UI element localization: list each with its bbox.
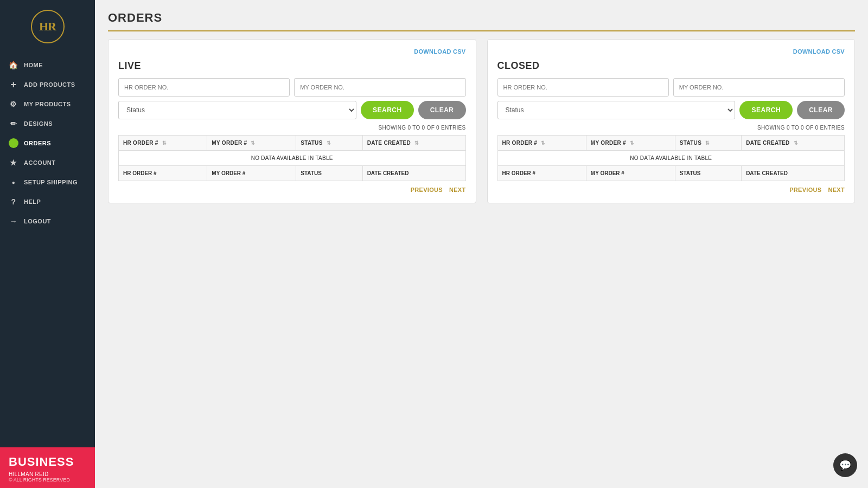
sidebar-item-help-label: HELP: [24, 198, 41, 205]
sidebar-item-account[interactable]: ★ ACCOUNT: [0, 153, 95, 172]
business-copyright: © ALL RIGHTS RESERVED: [9, 477, 86, 483]
plus-icon: +: [9, 80, 18, 89]
chat-bubble[interactable]: 💬: [833, 453, 857, 477]
closed-sort-icon-date: ⇅: [794, 140, 798, 146]
page-title: ORDERS: [108, 11, 855, 31]
closed-col-hr-order[interactable]: HR ORDER # ⇅: [497, 136, 586, 151]
closed-col-date-created[interactable]: DATE CREATED ⇅: [742, 136, 845, 151]
live-footer-date: DATE CREATED: [362, 166, 465, 181]
home-icon: 🏠: [9, 60, 18, 70]
live-table-footer-row: HR ORDER # MY ORDER # STATUS DATE CREATE…: [119, 166, 466, 181]
sort-icon-my: ⇅: [251, 140, 255, 146]
closed-no-data-message: NO DATA AVAILABLE IN TABLE: [497, 151, 845, 166]
sidebar-item-home[interactable]: 🏠 HOME: [0, 55, 95, 75]
sidebar-item-logout[interactable]: → LOGOUT: [0, 211, 95, 231]
sidebar-item-my-products[interactable]: ⚙ MY PRODUCTS: [0, 94, 95, 114]
closed-sort-icon-status: ⇅: [705, 140, 710, 146]
main-content: ORDERS DOWNLOAD CSV LIVE Status SEARCH C…: [95, 0, 868, 488]
gear-icon: ⚙: [9, 99, 18, 109]
live-card-header: DOWNLOAD CSV: [118, 48, 466, 55]
closed-download-csv-link[interactable]: DOWNLOAD CSV: [793, 48, 845, 55]
closed-status-select[interactable]: Status: [497, 101, 736, 119]
sidebar-item-setup-shipping-label: SETUP SHIPPING: [24, 179, 78, 185]
logo-circle: HR: [31, 10, 65, 43]
closed-search-row-2: Status SEARCH CLEAR: [497, 101, 845, 119]
closed-col-my-order[interactable]: MY ORDER # ⇅: [586, 136, 675, 151]
closed-search-row-1: [497, 78, 845, 97]
logo-text: HR: [39, 20, 56, 34]
closed-col-status[interactable]: STATUS ⇅: [675, 136, 741, 151]
closed-next-button[interactable]: NEXT: [828, 187, 845, 193]
live-hr-order-input[interactable]: [118, 78, 290, 97]
business-label: BUSINESS: [9, 455, 86, 469]
sidebar-item-account-label: ACCOUNT: [24, 159, 56, 166]
shipping-icon: ●: [9, 177, 18, 187]
live-download-csv-link[interactable]: DOWNLOAD CSV: [414, 48, 465, 55]
closed-table-footer-row: HR ORDER # MY ORDER # STATUS DATE CREATE…: [497, 166, 845, 181]
live-entries-info: SHOWING 0 TO 0 OF 0 ENTRIES: [118, 125, 466, 131]
live-my-order-input[interactable]: [294, 78, 465, 97]
live-search-button[interactable]: SEARCH: [361, 101, 414, 119]
logout-icon: →: [9, 216, 18, 226]
closed-table-header-row: HR ORDER # ⇅ MY ORDER # ⇅ STATUS ⇅ DAT: [497, 136, 845, 151]
closed-card-title: CLOSED: [497, 60, 845, 72]
sidebar-item-help[interactable]: ? HELP: [0, 192, 95, 211]
closed-footer-status: STATUS: [675, 166, 741, 181]
closed-search-button[interactable]: SEARCH: [739, 101, 793, 119]
business-section: BUSINESS HILLMAN REID © ALL RIGHTS RESER…: [0, 447, 95, 488]
sidebar-item-setup-shipping[interactable]: ● SETUP SHIPPING: [0, 172, 95, 192]
star-icon: ★: [9, 158, 18, 168]
sidebar-item-logout-label: LOGOUT: [24, 218, 51, 224]
live-orders-card: DOWNLOAD CSV LIVE Status SEARCH CLEAR SH…: [108, 39, 476, 203]
closed-previous-button[interactable]: PREVIOUS: [789, 187, 821, 193]
closed-sort-icon-hr: ⇅: [541, 140, 545, 146]
orders-oval-icon: [9, 138, 18, 148]
closed-footer-hr-order: HR ORDER #: [497, 166, 586, 181]
pencil-icon: ✏: [9, 119, 18, 129]
closed-entries-info: SHOWING 0 TO 0 OF 0 ENTRIES: [497, 125, 845, 131]
live-next-button[interactable]: NEXT: [449, 187, 466, 193]
sidebar-item-orders-label: ORDERS: [24, 140, 51, 146]
help-icon: ?: [9, 197, 18, 207]
live-pagination: PREVIOUS NEXT: [118, 187, 466, 193]
live-col-date-created[interactable]: DATE CREATED ⇅: [362, 136, 465, 151]
closed-orders-card: DOWNLOAD CSV CLOSED Status SEARCH CLEAR …: [487, 39, 856, 203]
live-col-my-order[interactable]: MY ORDER # ⇅: [207, 136, 296, 151]
closed-sort-icon-my: ⇅: [630, 140, 634, 146]
sidebar-item-add-products[interactable]: + ADD PRODUCTS: [0, 75, 95, 94]
closed-no-data-row: NO DATA AVAILABLE IN TABLE: [497, 151, 845, 166]
sidebar-item-designs-label: DESIGNS: [24, 120, 53, 127]
chat-icon: 💬: [839, 459, 851, 471]
sidebar-item-orders[interactable]: ORDERS: [0, 133, 95, 153]
live-clear-button[interactable]: CLEAR: [418, 101, 466, 119]
sidebar-item-home-label: HOME: [24, 62, 43, 68]
live-col-status[interactable]: STATUS ⇅: [296, 136, 362, 151]
live-status-select[interactable]: Status: [118, 101, 356, 119]
closed-pagination: PREVIOUS NEXT: [497, 187, 845, 193]
closed-footer-date: DATE CREATED: [742, 166, 845, 181]
live-search-row-1: [118, 78, 466, 97]
live-no-data-message: NO DATA AVAILABLE IN TABLE: [119, 151, 466, 166]
sort-icon-hr: ⇅: [162, 140, 167, 146]
orders-grid: DOWNLOAD CSV LIVE Status SEARCH CLEAR SH…: [108, 39, 855, 203]
sidebar-navigation: 🏠 HOME + ADD PRODUCTS ⚙ MY PRODUCTS ✏ DE…: [0, 51, 95, 447]
live-card-title: LIVE: [118, 60, 466, 72]
sidebar-item-designs[interactable]: ✏ DESIGNS: [0, 114, 95, 133]
closed-footer-my-order: MY ORDER #: [586, 166, 675, 181]
sidebar-item-add-products-label: ADD PRODUCTS: [24, 81, 75, 88]
live-col-hr-order[interactable]: HR ORDER # ⇅: [119, 136, 207, 151]
closed-card-header: DOWNLOAD CSV: [497, 48, 845, 55]
closed-my-order-input[interactable]: [673, 78, 845, 97]
sidebar-item-my-products-label: MY PRODUCTS: [24, 101, 71, 107]
closed-clear-button[interactable]: CLEAR: [797, 101, 845, 119]
business-user-name: HILLMAN REID: [9, 471, 86, 477]
live-previous-button[interactable]: PREVIOUS: [411, 187, 443, 193]
closed-hr-order-input[interactable]: [497, 78, 669, 97]
live-search-row-2: Status SEARCH CLEAR: [118, 101, 466, 119]
closed-orders-table: HR ORDER # ⇅ MY ORDER # ⇅ STATUS ⇅ DAT: [497, 135, 845, 181]
sidebar-logo: HR: [0, 0, 95, 51]
live-no-data-row: NO DATA AVAILABLE IN TABLE: [119, 151, 466, 166]
live-footer-my-order: MY ORDER #: [207, 166, 296, 181]
live-orders-table: HR ORDER # ⇅ MY ORDER # ⇅ STATUS ⇅ DAT: [118, 135, 466, 181]
live-footer-status: STATUS: [296, 166, 362, 181]
